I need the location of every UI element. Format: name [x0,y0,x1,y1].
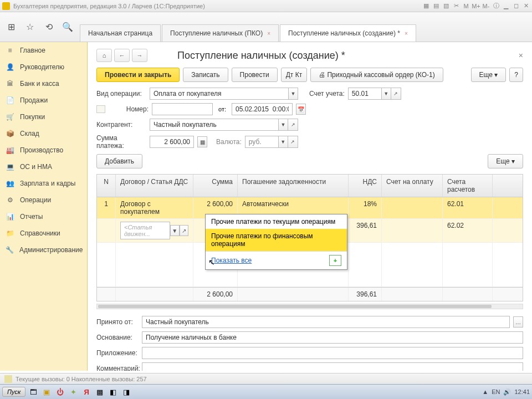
tray-icon[interactable]: ▲ [482,388,488,395]
info-icon[interactable]: ⓘ [492,2,500,10]
home-button[interactable]: ⌂ [96,49,112,62]
operation-value[interactable]: Оплата от покупателя [150,88,288,100]
tab-pko-list[interactable]: Поступление наличных (ПКО)× [162,24,279,42]
start-button[interactable]: Пуск [2,387,25,397]
th-schet[interactable]: Счет на оплату [382,175,443,197]
account-select[interactable]: 50.01 ▼ ↗ [348,88,401,100]
open-icon[interactable]: ↗ [288,136,298,148]
sidebar-item-bank[interactable]: 🏛Банк и касса [0,75,87,92]
sidebar-item-sales[interactable]: 📄Продажи [0,92,87,109]
apps-icon[interactable]: ⊞ [4,21,18,34]
open-icon[interactable]: ↗ [391,88,401,100]
minimize-icon[interactable]: ▁ [502,2,510,10]
calculator-icon[interactable]: ▦ [197,136,207,147]
sidebar-item-catalogs[interactable]: 📁Справочники [0,225,87,242]
currency-select[interactable]: руб. ▼ ↗ [245,136,298,148]
dropdown-item-highlighted[interactable]: Прочие платежи по финансовым операциям [206,229,347,251]
add-row-button[interactable]: Добавить [96,154,142,168]
horizontal-scrollbar[interactable] [96,304,523,309]
tab-close-icon[interactable]: × [267,30,270,37]
sidebar-item-manager[interactable]: 👤Руководителю [0,59,87,75]
m-minus-icon[interactable]: M- [482,2,490,10]
cell-schet[interactable] [382,197,443,218]
sidebar-item-production[interactable]: 🏭Производство [0,142,87,158]
th-nds[interactable]: НДС [349,175,382,197]
volume-icon[interactable]: 🔊 [503,388,511,396]
app4-icon[interactable]: ◨ [121,386,132,397]
clip-icon[interactable]: ✂ [452,2,460,10]
search-icon[interactable]: 🔍 [61,21,74,34]
close-page-icon[interactable]: × [519,51,523,60]
number-input[interactable] [152,103,213,115]
sidebar-item-admin[interactable]: 🔧Администрирование [0,242,87,258]
article-placeholder[interactable]: <Статья движен... [120,222,170,239]
add-item-button[interactable]: + [329,255,341,266]
clock[interactable]: 12:41 [514,388,530,395]
chevron-down-icon[interactable]: ▼ [288,88,298,100]
sidebar-item-payroll[interactable]: 👥Зарплата и кадры [0,175,87,192]
yandex-icon[interactable]: Я [81,386,92,397]
tc-icon[interactable]: ▣ [41,386,52,397]
cell-raschet[interactable]: 62.01 [443,197,493,218]
scrollbar-thumb[interactable] [98,305,492,308]
tab-home[interactable]: Начальная страница [80,24,161,42]
calendar-icon[interactable]: ▧ [442,2,450,10]
tab-close-icon[interactable]: × [405,30,408,37]
cell-nds-amt[interactable]: 396,61 [349,219,382,242]
basis-input[interactable] [142,331,523,344]
date-input[interactable] [232,103,293,115]
received-input[interactable] [142,316,510,328]
sidebar-item-reports[interactable]: 📊Отчеты [0,208,87,225]
amount-input[interactable] [150,136,194,148]
print-ko1-button[interactable]: 🖨 Приходный кассовый ордер (КО-1) [310,68,443,82]
app1-icon[interactable]: ✦ [68,386,79,397]
cell-dogovor[interactable]: Договор с покупателем [116,197,193,218]
power-icon[interactable]: ⏻ [54,386,65,397]
sidebar-item-warehouse[interactable]: 📦Склад [0,125,87,142]
attachment-input[interactable] [142,347,523,359]
th-dogovor[interactable]: Договор / Статья ДДС [116,175,193,197]
back-button[interactable]: ← [114,49,130,62]
counterparty-value[interactable]: Частный покупатель [150,119,278,131]
close-window-icon[interactable]: ✕ [522,2,530,10]
open-icon[interactable]: ↗ [288,119,298,131]
sidebar-item-operations[interactable]: ⚙Операции [0,192,87,208]
open-icon[interactable]: ↗ [180,225,188,236]
post-button[interactable]: Провести [232,68,278,82]
lang-indicator[interactable]: EN [492,388,500,395]
history-icon[interactable]: ⟲ [42,21,55,34]
chevron-down-icon[interactable]: ▼ [278,136,288,148]
sidebar-item-purchases[interactable]: 🛒Покупки [0,109,87,125]
save-button[interactable]: Записать [183,68,228,82]
tab-pko-create[interactable]: Поступление наличных (создание) *× [280,24,416,42]
more-button[interactable]: Еще ▾ [471,68,507,82]
chevron-down-icon[interactable]: ▼ [278,119,288,131]
grid-icon[interactable]: ▦ [422,2,430,10]
calendar-icon[interactable]: 📅 [296,104,306,115]
counterparty-select[interactable]: Частный покупатель ▼ ↗ [150,119,298,131]
star-icon[interactable]: ☆ [23,21,37,34]
cell-article[interactable]: <Статья движен... ▼ ↗ [116,219,193,242]
account-value[interactable]: 50.01 [348,88,381,100]
explorer-icon[interactable]: 🗔 [28,386,39,397]
cell-raschet2[interactable]: 62.02 [443,219,493,242]
help-button[interactable]: ? [509,68,523,82]
dropdown-item[interactable]: Прочие платежи по текущим операциям [206,214,347,229]
th-sum[interactable]: Сумма [193,175,238,197]
operation-select[interactable]: Оплата от покупателя ▼ [150,88,298,100]
ellipsis-icon[interactable]: … [513,316,523,328]
m-plus-icon[interactable]: M+ [472,2,480,10]
cell-schet[interactable] [382,219,443,242]
m-icon[interactable]: M [462,2,470,10]
sidebar-item-main[interactable]: ≡Главное [0,42,87,59]
post-and-close-button[interactable]: Провести и закрыть [96,68,180,82]
cell-nds[interactable]: 18% [349,197,382,218]
calc-icon[interactable]: ▤ [432,2,440,10]
maximize-icon[interactable]: ◻ [512,2,520,10]
chevron-down-icon[interactable]: ▼ [381,88,391,100]
forward-button[interactable]: → [132,49,147,62]
th-raschet[interactable]: Счета расчетов [443,175,493,197]
app2-icon[interactable]: ▩ [94,386,105,397]
th-n[interactable]: N [97,175,116,197]
dt-kt-button[interactable]: Дт Кт [281,68,307,82]
